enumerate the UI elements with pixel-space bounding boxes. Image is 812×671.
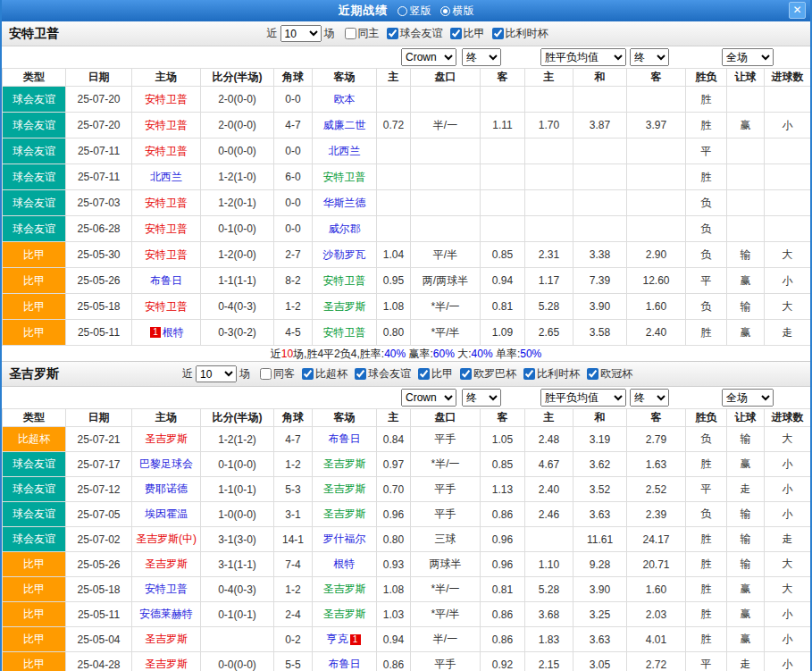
team-name[interactable]: 安特卫普 — [145, 248, 188, 261]
team-name[interactable]: 圣吉罗斯 — [323, 482, 366, 495]
filter-checkbox[interactable]: 球会友谊 — [355, 366, 411, 382]
home-team[interactable]: 安特卫普 — [132, 216, 201, 242]
away-team[interactable]: 布鲁日 — [313, 427, 377, 452]
team-name[interactable]: 安特卫普 — [145, 300, 188, 313]
home-team[interactable]: 安特卫普 — [132, 294, 201, 320]
final-avg-select[interactable]: 终 — [630, 48, 669, 66]
team-name[interactable]: 安特卫普 — [145, 222, 188, 235]
away-team[interactable]: 北西兰 — [313, 138, 377, 164]
team-name[interactable]: 埃因霍温 — [145, 507, 188, 520]
team-name[interactable]: 华斯兰德 — [323, 197, 366, 209]
filter-checkbox[interactable]: 球会友谊 — [387, 26, 443, 41]
filter-checkbox[interactable]: 比甲 — [418, 366, 453, 382]
home-team[interactable]: 圣吉罗斯 — [132, 652, 201, 671]
away-team[interactable]: 安特卫普 — [313, 320, 377, 346]
checkbox-input[interactable] — [492, 28, 504, 39]
team-name[interactable]: 圣吉罗斯 — [323, 608, 366, 620]
home-team[interactable]: 安特卫普 — [132, 242, 201, 268]
team-name[interactable]: 安德莱赫特 — [139, 608, 193, 620]
away-team[interactable]: 圣吉罗斯 — [313, 602, 377, 627]
team-name[interactable]: 圣吉罗斯(中) — [136, 533, 197, 545]
team-name[interactable]: 布鲁日 — [329, 658, 361, 670]
match-count-select[interactable]: 10 — [196, 365, 237, 382]
team-name[interactable]: 安特卫普 — [323, 274, 366, 287]
team-name[interactable]: 巴黎足球会 — [139, 457, 193, 470]
match-count-select[interactable]: 10 — [280, 25, 322, 42]
filter-checkbox[interactable]: 欧冠杯 — [587, 366, 632, 382]
away-team[interactable]: 圣吉罗斯 — [313, 502, 377, 527]
scope-select[interactable]: 全场 — [722, 48, 774, 66]
home-team[interactable]: 圣吉罗斯 — [132, 552, 201, 577]
away-team[interactable]: 圣吉罗斯 — [313, 294, 377, 320]
team-name[interactable]: 威廉二世 — [323, 119, 366, 131]
checkbox-input[interactable] — [302, 368, 314, 380]
home-team[interactable]: 1根特 — [132, 320, 201, 346]
filter-checkbox[interactable]: 同客 — [260, 366, 295, 382]
team-name[interactable]: 安特卫普 — [145, 583, 188, 595]
team-name[interactable]: 威尔郡 — [329, 222, 361, 235]
team-name[interactable]: 安特卫普 — [323, 171, 366, 183]
home-team[interactable]: 安特卫普 — [132, 190, 201, 216]
bookmaker-select[interactable]: Crown — [401, 48, 456, 66]
team-name[interactable]: 圣吉罗斯 — [145, 432, 188, 445]
final-odds-select[interactable]: 终 — [462, 389, 501, 407]
team-name[interactable]: 根特 — [334, 558, 356, 570]
team-name[interactable]: 圣吉罗斯 — [145, 558, 188, 570]
checkbox-input[interactable] — [355, 368, 366, 380]
team-name[interactable]: 圣吉罗斯 — [323, 507, 366, 520]
team-name[interactable]: 欧本 — [334, 93, 356, 105]
away-team[interactable]: 罗什福尔 — [313, 527, 377, 552]
checkbox-input[interactable] — [523, 368, 535, 380]
home-team[interactable]: 费耶诺德 — [132, 477, 201, 502]
away-team[interactable]: 威廉二世 — [313, 113, 377, 138]
away-team[interactable]: 威尔郡 — [313, 216, 377, 242]
team-name[interactable]: 根特 — [163, 326, 184, 339]
home-team[interactable]: 北西兰 — [132, 164, 201, 190]
home-team[interactable]: 安特卫普 — [132, 87, 201, 113]
bookmaker-select[interactable]: Crown — [401, 389, 456, 407]
team-name[interactable]: 北西兰 — [329, 145, 361, 157]
checkbox-input[interactable] — [260, 368, 272, 380]
away-team[interactable]: 圣吉罗斯 — [313, 477, 377, 502]
checkbox-input[interactable] — [450, 28, 462, 39]
team-name[interactable]: 安特卫普 — [145, 119, 188, 131]
checkbox-input[interactable] — [418, 368, 430, 380]
filter-checkbox[interactable]: 比利时杯 — [523, 366, 580, 382]
team-name[interactable]: 布鲁日 — [329, 432, 361, 445]
filter-checkbox[interactable]: 同主 — [345, 26, 380, 41]
layout-radio-horizontal[interactable]: 横版 — [440, 4, 474, 19]
team-name[interactable]: 亨克 — [327, 633, 348, 645]
home-team[interactable]: 安特卫普 — [132, 138, 201, 164]
team-name[interactable]: 费耶诺德 — [145, 482, 188, 495]
team-name[interactable]: 沙勒罗瓦 — [323, 248, 366, 261]
final-odds-select[interactable]: 终 — [462, 48, 501, 66]
avg-odds-select[interactable]: 胜平负均值 — [540, 48, 626, 66]
close-icon[interactable]: ✕ — [789, 2, 806, 19]
home-team[interactable]: 安特卫普 — [132, 113, 201, 138]
checkbox-input[interactable] — [345, 28, 356, 39]
final-avg-select[interactable]: 终 — [630, 389, 669, 407]
team-name[interactable]: 安特卫普 — [145, 145, 188, 157]
away-team[interactable]: 安特卫普 — [313, 268, 377, 294]
home-team[interactable]: 巴黎足球会 — [132, 452, 201, 477]
team-name[interactable]: 圣吉罗斯 — [323, 457, 366, 470]
avg-odds-select[interactable]: 胜平负均值 — [540, 389, 626, 407]
away-team[interactable]: 根特 — [313, 552, 377, 577]
team-name[interactable]: 圣吉罗斯 — [323, 583, 366, 595]
away-team[interactable]: 华斯兰德 — [313, 190, 377, 216]
team-name[interactable]: 罗什福尔 — [323, 533, 366, 545]
home-team[interactable]: 安德莱赫特 — [132, 602, 201, 627]
filter-checkbox[interactable]: 欧罗巴杯 — [460, 366, 516, 382]
home-team[interactable]: 圣吉罗斯(中) — [132, 527, 201, 552]
away-team[interactable]: 圣吉罗斯 — [313, 577, 377, 602]
away-team[interactable]: 圣吉罗斯 — [313, 452, 377, 477]
home-team[interactable]: 布鲁日 — [132, 268, 201, 294]
checkbox-input[interactable] — [387, 28, 398, 39]
checkbox-input[interactable] — [460, 368, 472, 380]
team-name[interactable]: 安特卫普 — [145, 197, 188, 209]
away-team[interactable]: 沙勒罗瓦 — [313, 242, 377, 268]
team-name[interactable]: 安特卫普 — [145, 93, 188, 105]
home-team[interactable]: 圣吉罗斯 — [132, 627, 201, 652]
team-name[interactable]: 北西兰 — [150, 171, 182, 183]
team-name[interactable]: 布鲁日 — [150, 274, 182, 287]
